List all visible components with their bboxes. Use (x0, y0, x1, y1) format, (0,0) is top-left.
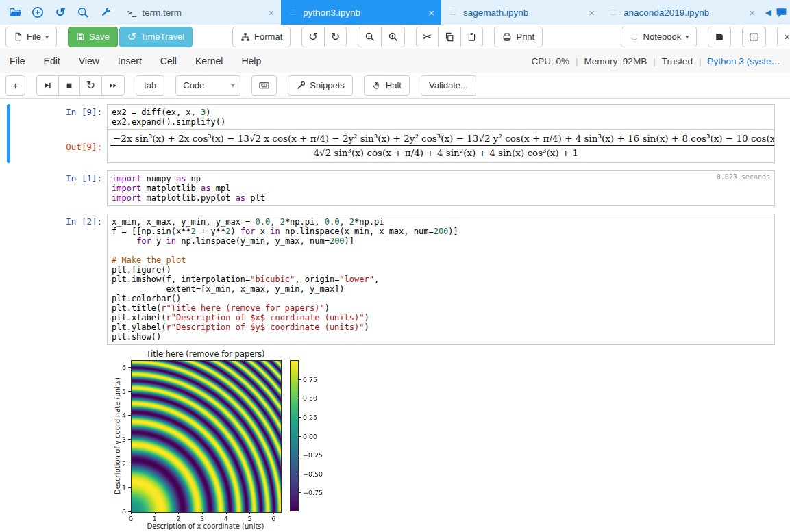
timetravel-button[interactable]: ↺ TimeTravel (119, 27, 193, 47)
tools-icon (296, 81, 306, 90)
snippets-label: Snippets (310, 80, 345, 90)
cut-button[interactable]: ✂ (416, 27, 439, 47)
format-button[interactable]: Format (232, 27, 291, 47)
halt-button[interactable]: Halt (364, 75, 410, 96)
colorbar-tick-label: −0.75 (303, 489, 323, 496)
copy-icon (445, 32, 454, 42)
recent-files-button[interactable]: ↺ (52, 4, 69, 21)
menu-cell[interactable]: Cell (160, 55, 177, 66)
y-tickmark (128, 439, 131, 440)
redo-button[interactable]: ↻ (324, 27, 347, 47)
tab-python3-notebook[interactable]: python3.ipynb × (281, 0, 441, 25)
project-settings-button[interactable] (97, 4, 114, 21)
close-icon[interactable]: × (268, 8, 274, 18)
kernel-selector[interactable]: Python 3 (syste… (707, 56, 780, 66)
code-editor[interactable]: ex2 = diff(ex, x, 3)ex2.expand().simplif… (107, 104, 775, 130)
code-line: f = [[np.sin(x**2 + y**2) for x in np.li… (112, 227, 770, 236)
menu-kernel[interactable]: Kernel (195, 55, 223, 66)
menu-insert[interactable]: Insert (118, 55, 142, 66)
jupyter-icon (288, 8, 297, 17)
x-tickmark (273, 512, 274, 514)
tab-term[interactable]: >_ term.term × (121, 0, 281, 25)
undo-button[interactable]: ↺ (301, 27, 324, 47)
plus-icon: + (12, 79, 18, 91)
disk-icon (715, 32, 724, 42)
status-area: CPU: 0% | Memory: 92MB | Trusted | Pytho… (532, 56, 780, 66)
colorbar-tickmark (299, 492, 301, 493)
keyboard-icon (258, 80, 270, 90)
x-tick-label: 6 (268, 515, 279, 522)
x-tickmark (226, 512, 227, 514)
tab-label: term.term (142, 8, 182, 18)
tabbar-action-icons: ↺ (0, 0, 121, 25)
notebook-menu-button[interactable]: Notebook ▾ (621, 27, 698, 47)
code-line: import numpy as np (112, 174, 770, 183)
paste-button[interactable] (460, 27, 483, 47)
tab-sagemath-notebook[interactable]: sagemath.ipynb × (441, 0, 602, 25)
cell-type-value: Code (183, 80, 204, 90)
math-output: −2x sin³(x) + 2x cos³(x) − 13√2 x cos(x … (110, 133, 775, 158)
restart-kernel-button[interactable]: ↻ (79, 75, 102, 96)
code-line: for y in np.linspace(y_min, y_max, num=2… (112, 236, 770, 246)
new-file-button[interactable] (29, 4, 46, 21)
x-tick-label: 3 (197, 515, 208, 522)
fast-forward-icon (108, 81, 118, 90)
snippets-button[interactable]: Snippets (288, 75, 353, 96)
print-button[interactable]: Print (494, 27, 543, 47)
code-line: x_min, x_max, y_min, y_max = 0.0, 2*np.p… (112, 217, 770, 227)
clipboard-icon (467, 32, 476, 42)
tab-complete-button[interactable]: tab (136, 75, 164, 96)
zoom-out-button[interactable] (358, 27, 382, 47)
split-view-button[interactable] (742, 27, 766, 47)
figure-output: Title here (remove for papers) Descripti… (112, 349, 468, 532)
close-icon[interactable]: × (428, 8, 434, 18)
folder-open-icon (9, 6, 22, 19)
disk-button[interactable] (708, 27, 731, 47)
menu-view[interactable]: View (79, 55, 99, 66)
code-line: plt.figure() (112, 265, 770, 275)
overflow-button[interactable]: × (777, 27, 790, 47)
save-button[interactable]: Save (68, 27, 118, 47)
y-tickmark (128, 464, 131, 464)
menu-help[interactable]: Help (241, 55, 261, 66)
separator: | (653, 56, 656, 66)
terminal-icon: >_ (127, 8, 136, 17)
format-label: Format (254, 31, 282, 42)
save-label: Save (89, 31, 110, 42)
colorbar-tickmark (299, 417, 301, 418)
close-icon[interactable]: × (749, 8, 755, 18)
y-tick-label: 0 (117, 508, 126, 516)
y-tickmark (128, 367, 131, 368)
code-line: plt.imshow(f, interpolation="bicubic", o… (112, 275, 770, 284)
menu-edit[interactable]: Edit (44, 55, 60, 66)
validate-button[interactable]: Validate... (421, 75, 476, 96)
file-menu-button[interactable]: File ▾ (5, 27, 57, 47)
colorbar-tickmark (299, 474, 301, 474)
open-files-button[interactable] (7, 4, 23, 21)
colorbar-tick-label: 0.75 (303, 376, 317, 383)
chat-icon[interactable] (776, 7, 787, 18)
tab-anaconda2019-notebook[interactable]: anaconda2019.ipynb × (602, 0, 762, 25)
code-line: plt.show() (112, 332, 770, 342)
code-line: extent=[x_min, x_max, y_min, y_max]) (112, 284, 770, 294)
y-tickmark (128, 487, 131, 488)
interrupt-kernel-button[interactable] (58, 75, 80, 96)
caret-down-icon: ▾ (45, 33, 49, 40)
copy-button[interactable] (438, 27, 461, 47)
main-toolbar: File ▾ Save ↺ TimeTravel Format ↺ ↻ (0, 25, 790, 49)
x-tickmark (178, 512, 179, 514)
zoom-in-button[interactable] (381, 27, 405, 47)
code-editor[interactable]: 0.023 seconds import numpy as npimport m… (107, 170, 775, 206)
insert-cell-button[interactable]: + (5, 75, 25, 96)
close-icon[interactable]: × (589, 8, 595, 18)
keyboard-shortcuts-button[interactable] (251, 75, 277, 96)
code-editor[interactable]: x_min, x_max, y_min, y_max = 0.0, 2*np.p… (107, 214, 775, 345)
run-cell-button[interactable] (36, 75, 59, 96)
chevron-left-icon[interactable]: ◀ (765, 8, 771, 17)
find-files-button[interactable] (75, 4, 91, 21)
run-all-button[interactable] (101, 75, 125, 96)
cell-type-select[interactable]: Code ▾ (175, 75, 240, 96)
x-tick-label: 2 (173, 515, 184, 522)
tab-label: anaconda2019.ipynb (624, 8, 709, 18)
menu-file[interactable]: File (10, 55, 25, 66)
